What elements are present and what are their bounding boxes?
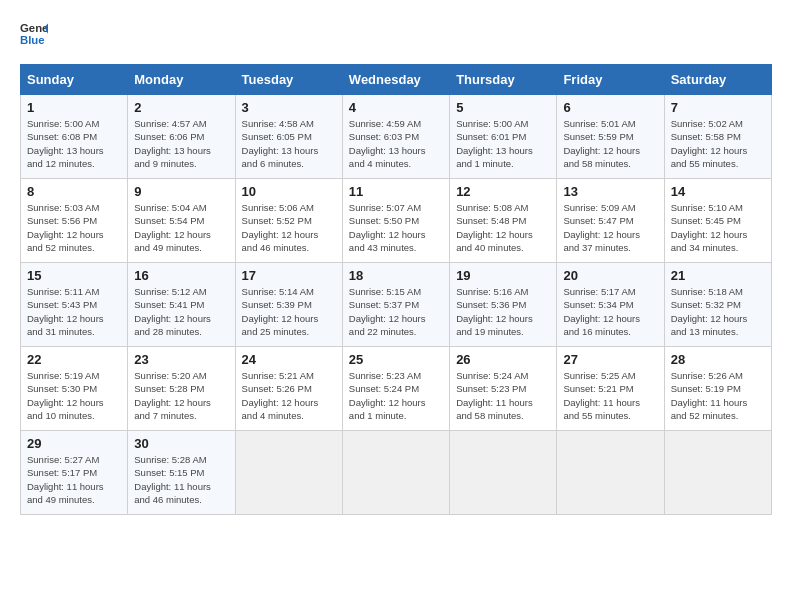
day-info: Sunrise: 5:17 AMSunset: 5:34 PMDaylight:…	[563, 286, 640, 337]
day-info: Sunrise: 5:10 AMSunset: 5:45 PMDaylight:…	[671, 202, 748, 253]
weekday-header-monday: Monday	[128, 65, 235, 95]
calendar-cell: 20 Sunrise: 5:17 AMSunset: 5:34 PMDaylig…	[557, 263, 664, 347]
calendar-cell: 13 Sunrise: 5:09 AMSunset: 5:47 PMDaylig…	[557, 179, 664, 263]
day-info: Sunrise: 5:00 AMSunset: 6:01 PMDaylight:…	[456, 118, 533, 169]
day-number: 27	[563, 352, 657, 367]
day-info: Sunrise: 5:11 AMSunset: 5:43 PMDaylight:…	[27, 286, 104, 337]
calendar-cell: 27 Sunrise: 5:25 AMSunset: 5:21 PMDaylig…	[557, 347, 664, 431]
calendar-cell: 22 Sunrise: 5:19 AMSunset: 5:30 PMDaylig…	[21, 347, 128, 431]
day-info: Sunrise: 5:18 AMSunset: 5:32 PMDaylight:…	[671, 286, 748, 337]
day-info: Sunrise: 5:16 AMSunset: 5:36 PMDaylight:…	[456, 286, 533, 337]
calendar-cell	[664, 431, 771, 515]
day-info: Sunrise: 5:08 AMSunset: 5:48 PMDaylight:…	[456, 202, 533, 253]
day-info: Sunrise: 5:27 AMSunset: 5:17 PMDaylight:…	[27, 454, 104, 505]
calendar-cell	[450, 431, 557, 515]
calendar-cell: 17 Sunrise: 5:14 AMSunset: 5:39 PMDaylig…	[235, 263, 342, 347]
day-info: Sunrise: 5:25 AMSunset: 5:21 PMDaylight:…	[563, 370, 640, 421]
weekday-header-row: SundayMondayTuesdayWednesdayThursdayFrid…	[21, 65, 772, 95]
weekday-header-wednesday: Wednesday	[342, 65, 449, 95]
calendar-cell: 24 Sunrise: 5:21 AMSunset: 5:26 PMDaylig…	[235, 347, 342, 431]
day-info: Sunrise: 5:23 AMSunset: 5:24 PMDaylight:…	[349, 370, 426, 421]
calendar-cell: 3 Sunrise: 4:58 AMSunset: 6:05 PMDayligh…	[235, 95, 342, 179]
day-number: 20	[563, 268, 657, 283]
calendar-cell: 8 Sunrise: 5:03 AMSunset: 5:56 PMDayligh…	[21, 179, 128, 263]
day-number: 4	[349, 100, 443, 115]
day-number: 16	[134, 268, 228, 283]
day-info: Sunrise: 5:21 AMSunset: 5:26 PMDaylight:…	[242, 370, 319, 421]
calendar-cell: 29 Sunrise: 5:27 AMSunset: 5:17 PMDaylig…	[21, 431, 128, 515]
calendar-cell	[557, 431, 664, 515]
calendar-cell: 19 Sunrise: 5:16 AMSunset: 5:36 PMDaylig…	[450, 263, 557, 347]
day-info: Sunrise: 4:58 AMSunset: 6:05 PMDaylight:…	[242, 118, 319, 169]
weekday-header-thursday: Thursday	[450, 65, 557, 95]
day-number: 12	[456, 184, 550, 199]
calendar-cell: 28 Sunrise: 5:26 AMSunset: 5:19 PMDaylig…	[664, 347, 771, 431]
day-number: 15	[27, 268, 121, 283]
day-number: 19	[456, 268, 550, 283]
day-info: Sunrise: 4:59 AMSunset: 6:03 PMDaylight:…	[349, 118, 426, 169]
calendar-cell: 12 Sunrise: 5:08 AMSunset: 5:48 PMDaylig…	[450, 179, 557, 263]
day-info: Sunrise: 5:26 AMSunset: 5:19 PMDaylight:…	[671, 370, 748, 421]
day-number: 24	[242, 352, 336, 367]
day-number: 10	[242, 184, 336, 199]
svg-text:General: General	[20, 22, 48, 34]
calendar-week-2: 8 Sunrise: 5:03 AMSunset: 5:56 PMDayligh…	[21, 179, 772, 263]
day-number: 25	[349, 352, 443, 367]
day-number: 11	[349, 184, 443, 199]
calendar-week-1: 1 Sunrise: 5:00 AMSunset: 6:08 PMDayligh…	[21, 95, 772, 179]
calendar-cell: 14 Sunrise: 5:10 AMSunset: 5:45 PMDaylig…	[664, 179, 771, 263]
calendar-cell: 5 Sunrise: 5:00 AMSunset: 6:01 PMDayligh…	[450, 95, 557, 179]
day-info: Sunrise: 5:03 AMSunset: 5:56 PMDaylight:…	[27, 202, 104, 253]
calendar-table: SundayMondayTuesdayWednesdayThursdayFrid…	[20, 64, 772, 515]
calendar-cell: 25 Sunrise: 5:23 AMSunset: 5:24 PMDaylig…	[342, 347, 449, 431]
calendar-cell: 4 Sunrise: 4:59 AMSunset: 6:03 PMDayligh…	[342, 95, 449, 179]
day-info: Sunrise: 5:24 AMSunset: 5:23 PMDaylight:…	[456, 370, 533, 421]
calendar-cell: 7 Sunrise: 5:02 AMSunset: 5:58 PMDayligh…	[664, 95, 771, 179]
calendar-cell: 21 Sunrise: 5:18 AMSunset: 5:32 PMDaylig…	[664, 263, 771, 347]
day-info: Sunrise: 5:09 AMSunset: 5:47 PMDaylight:…	[563, 202, 640, 253]
day-number: 28	[671, 352, 765, 367]
calendar-cell: 6 Sunrise: 5:01 AMSunset: 5:59 PMDayligh…	[557, 95, 664, 179]
day-info: Sunrise: 5:00 AMSunset: 6:08 PMDaylight:…	[27, 118, 104, 169]
calendar-week-3: 15 Sunrise: 5:11 AMSunset: 5:43 PMDaylig…	[21, 263, 772, 347]
day-number: 7	[671, 100, 765, 115]
day-info: Sunrise: 5:28 AMSunset: 5:15 PMDaylight:…	[134, 454, 211, 505]
day-number: 6	[563, 100, 657, 115]
day-info: Sunrise: 5:02 AMSunset: 5:58 PMDaylight:…	[671, 118, 748, 169]
day-number: 18	[349, 268, 443, 283]
calendar-cell: 16 Sunrise: 5:12 AMSunset: 5:41 PMDaylig…	[128, 263, 235, 347]
calendar-cell: 26 Sunrise: 5:24 AMSunset: 5:23 PMDaylig…	[450, 347, 557, 431]
calendar-cell: 23 Sunrise: 5:20 AMSunset: 5:28 PMDaylig…	[128, 347, 235, 431]
day-info: Sunrise: 5:07 AMSunset: 5:50 PMDaylight:…	[349, 202, 426, 253]
page-header: General Blue	[20, 20, 772, 48]
day-number: 3	[242, 100, 336, 115]
day-info: Sunrise: 5:04 AMSunset: 5:54 PMDaylight:…	[134, 202, 211, 253]
calendar-cell: 30 Sunrise: 5:28 AMSunset: 5:15 PMDaylig…	[128, 431, 235, 515]
calendar-cell: 15 Sunrise: 5:11 AMSunset: 5:43 PMDaylig…	[21, 263, 128, 347]
day-number: 5	[456, 100, 550, 115]
calendar-cell	[235, 431, 342, 515]
logo-icon: General Blue	[20, 20, 48, 48]
svg-text:Blue: Blue	[20, 34, 45, 46]
day-number: 21	[671, 268, 765, 283]
calendar-cell: 11 Sunrise: 5:07 AMSunset: 5:50 PMDaylig…	[342, 179, 449, 263]
calendar-cell: 9 Sunrise: 5:04 AMSunset: 5:54 PMDayligh…	[128, 179, 235, 263]
calendar-cell: 10 Sunrise: 5:06 AMSunset: 5:52 PMDaylig…	[235, 179, 342, 263]
weekday-header-sunday: Sunday	[21, 65, 128, 95]
day-info: Sunrise: 5:14 AMSunset: 5:39 PMDaylight:…	[242, 286, 319, 337]
day-number: 1	[27, 100, 121, 115]
day-number: 9	[134, 184, 228, 199]
day-number: 17	[242, 268, 336, 283]
day-number: 22	[27, 352, 121, 367]
calendar-cell: 1 Sunrise: 5:00 AMSunset: 6:08 PMDayligh…	[21, 95, 128, 179]
weekday-header-friday: Friday	[557, 65, 664, 95]
calendar-week-5: 29 Sunrise: 5:27 AMSunset: 5:17 PMDaylig…	[21, 431, 772, 515]
day-info: Sunrise: 5:20 AMSunset: 5:28 PMDaylight:…	[134, 370, 211, 421]
weekday-header-tuesday: Tuesday	[235, 65, 342, 95]
day-info: Sunrise: 5:06 AMSunset: 5:52 PMDaylight:…	[242, 202, 319, 253]
day-number: 13	[563, 184, 657, 199]
day-info: Sunrise: 4:57 AMSunset: 6:06 PMDaylight:…	[134, 118, 211, 169]
day-number: 30	[134, 436, 228, 451]
day-number: 26	[456, 352, 550, 367]
day-number: 29	[27, 436, 121, 451]
